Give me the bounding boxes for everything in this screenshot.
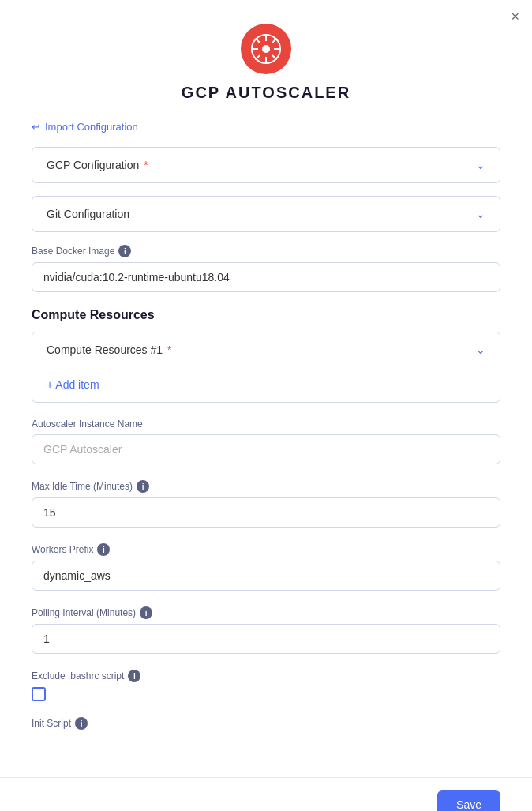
- chevron-down-icon: ⌄: [476, 159, 485, 171]
- workers-prefix-label: Workers Prefix i: [32, 543, 500, 556]
- workers-prefix-group: Workers Prefix i: [32, 543, 500, 591]
- svg-line-6: [256, 39, 260, 43]
- svg-line-7: [272, 55, 277, 60]
- polling-interval-input[interactable]: [32, 624, 500, 654]
- max-idle-time-info-icon[interactable]: i: [137, 480, 149, 493]
- init-script-group: Init Script i: [32, 717, 500, 730]
- modal-container: × GCP AUTOSCALER: [0, 0, 532, 811]
- compute-resources-label: Compute Resources #1 *: [47, 344, 171, 356]
- base-docker-image-group: Base Docker Image i: [32, 245, 500, 292]
- init-script-label: Init Script i: [32, 717, 500, 730]
- base-docker-image-input[interactable]: [32, 262, 500, 292]
- compute-resources-wrapper: Compute Resources #1 * ⌄ + Add item: [32, 332, 500, 403]
- compute-resources-group: Compute Resources Compute Resources #1 *…: [32, 308, 500, 403]
- git-configuration-section: Git Configuration ⌄: [32, 196, 500, 232]
- autoscaler-instance-input[interactable]: [32, 434, 500, 464]
- exclude-bashrc-checkbox[interactable]: [32, 687, 46, 701]
- compute-resources-title: Compute Resources: [32, 308, 500, 322]
- init-script-info-icon[interactable]: i: [75, 717, 88, 730]
- max-idle-time-group: Max Idle Time (Minutes) i: [32, 480, 500, 528]
- exclude-bashrc-checkbox-container: [32, 687, 500, 701]
- chevron-down-icon: ⌄: [476, 208, 485, 220]
- max-idle-time-label: Max Idle Time (Minutes) i: [32, 480, 500, 493]
- gcp-configuration-header[interactable]: GCP Configuration * ⌄: [32, 148, 500, 182]
- compute-resources-section: Compute Resources #1 * ⌄: [32, 332, 500, 367]
- autoscaler-instance-group: Autoscaler Instance Name: [32, 419, 500, 464]
- workers-prefix-input[interactable]: [32, 561, 500, 591]
- gcp-configuration-section: GCP Configuration * ⌄: [32, 147, 500, 183]
- close-button[interactable]: ×: [511, 9, 519, 24]
- gcp-required-star: *: [140, 159, 148, 171]
- import-config-label: Import Configuration: [45, 121, 138, 133]
- compute-resources-header[interactable]: Compute Resources #1 * ⌄: [32, 332, 500, 367]
- exclude-bashrc-group: Exclude .bashrc script i: [32, 670, 500, 701]
- import-icon: ↩: [32, 121, 40, 133]
- bottom-bar: Save: [0, 777, 532, 811]
- polling-interval-group: Polling Interval (Minutes) i: [32, 606, 500, 654]
- app-title: GCP AUTOSCALER: [182, 84, 350, 102]
- exclude-bashrc-label: Exclude .bashrc script i: [32, 670, 500, 682]
- autoscaler-instance-label: Autoscaler Instance Name: [32, 419, 500, 430]
- svg-line-8: [272, 39, 277, 43]
- app-logo: [241, 24, 291, 74]
- chevron-down-icon: ⌄: [476, 344, 485, 356]
- max-idle-time-input[interactable]: [32, 497, 500, 528]
- add-item-button[interactable]: + Add item: [32, 367, 500, 402]
- git-configuration-label: Git Configuration: [47, 208, 129, 220]
- exclude-bashrc-info-icon[interactable]: i: [128, 670, 140, 682]
- base-docker-image-label: Base Docker Image i: [32, 245, 500, 257]
- polling-interval-label: Polling Interval (Minutes) i: [32, 606, 500, 619]
- logo-section: GCP AUTOSCALER: [32, 24, 500, 102]
- import-config-button[interactable]: ↩ Import Configuration: [32, 121, 138, 133]
- svg-point-1: [262, 45, 270, 53]
- compute-required-star: *: [164, 344, 171, 356]
- polling-interval-info-icon[interactable]: i: [140, 606, 152, 619]
- svg-line-9: [256, 55, 260, 60]
- git-configuration-header[interactable]: Git Configuration ⌄: [32, 197, 500, 231]
- save-button[interactable]: Save: [437, 790, 500, 811]
- workers-prefix-info-icon[interactable]: i: [97, 543, 110, 556]
- gcp-configuration-label: GCP Configuration *: [47, 159, 148, 171]
- base-docker-image-info-icon[interactable]: i: [118, 245, 131, 257]
